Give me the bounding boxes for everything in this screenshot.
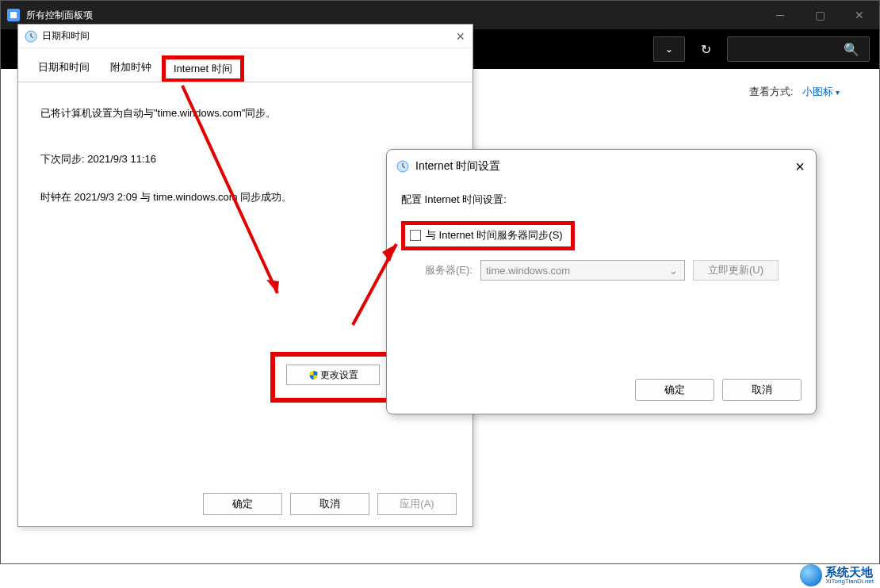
- clock-icon: [25, 30, 37, 43]
- window-controls: ─ ▢ ✕: [760, 1, 879, 29]
- inet-ok-button[interactable]: 确定: [635, 379, 714, 401]
- chevron-down-icon: ⌄: [669, 265, 678, 277]
- datetime-title: 日期和时间: [42, 29, 90, 43]
- inet-buttons: 确定 取消: [635, 379, 802, 401]
- inet-body: 配置 Internet 时间设置: 与 Internet 时间服务器同步(S) …: [387, 183, 816, 290]
- watermark: 系统天地 XiTongTianDi.net: [800, 564, 874, 586]
- view-mode-value[interactable]: 小图标: [802, 86, 840, 97]
- clock-icon: [396, 160, 409, 173]
- datetime-titlebar: 日期和时间 ×: [18, 25, 473, 48]
- tab-datetime[interactable]: 日期和时间: [28, 55, 100, 82]
- internet-time-dialog: Internet 时间设置 × 配置 Internet 时间设置: 与 Inte…: [386, 149, 817, 414]
- minimize-button[interactable]: ─: [760, 1, 800, 29]
- tab-additional-clocks[interactable]: 附加时钟: [100, 55, 162, 82]
- server-label: 服务器(E):: [425, 263, 473, 277]
- change-settings-label: 更改设置: [320, 368, 358, 382]
- server-select[interactable]: time.windows.com ⌄: [480, 260, 685, 281]
- watermark-name: 系统天地: [825, 566, 874, 578]
- uac-shield-icon: [308, 370, 319, 380]
- datetime-tabs: 日期和时间 附加时钟 Internet 时间: [18, 55, 473, 82]
- change-settings-button[interactable]: 更改设置: [286, 365, 380, 385]
- tab-internet-time[interactable]: Internet 时间: [162, 55, 244, 82]
- server-row: 服务器(E): time.windows.com ⌄ 立即更新(U): [401, 260, 802, 281]
- datetime-ok-button[interactable]: 确定: [203, 493, 282, 515]
- watermark-icon: [800, 564, 822, 586]
- refresh-button[interactable]: ↻: [701, 42, 711, 57]
- inet-titlebar: Internet 时间设置 ×: [387, 150, 816, 183]
- main-window-title: 所有控制面板项: [26, 9, 93, 22]
- watermark-text-wrap: 系统天地 XiTongTianDi.net: [825, 566, 874, 585]
- change-settings-highlight: 更改设置: [270, 352, 396, 403]
- search-icon: 🔍: [844, 42, 859, 57]
- inet-cancel-button[interactable]: 取消: [722, 379, 802, 401]
- datetime-apply-button[interactable]: 应用(A): [377, 493, 457, 515]
- update-now-button[interactable]: 立即更新(U): [693, 260, 779, 281]
- sync-checkbox-highlight: 与 Internet 时间服务器同步(S): [401, 221, 575, 250]
- datetime-cancel-button[interactable]: 取消: [290, 493, 369, 515]
- inet-close-button[interactable]: ×: [795, 158, 805, 176]
- view-mode: 查看方式: 小图标: [749, 85, 840, 99]
- server-value: time.windows.com: [486, 265, 570, 277]
- control-panel-icon: [7, 9, 20, 21]
- datetime-buttons: 确定 取消 应用(A): [203, 493, 457, 515]
- inet-heading: 配置 Internet 时间设置:: [401, 193, 802, 207]
- maximize-button[interactable]: ▢: [800, 1, 840, 29]
- sync-status-text: 已将计算机设置为自动与"time.windows.com"同步。: [40, 106, 450, 120]
- sync-checkbox-label: 与 Internet 时间服务器同步(S): [426, 228, 563, 242]
- sync-checkbox[interactable]: [410, 230, 421, 241]
- close-button[interactable]: ✕: [840, 1, 879, 29]
- watermark-url: XiTongTianDi.net: [825, 578, 874, 585]
- address-dropdown[interactable]: ⌄: [653, 36, 685, 62]
- datetime-close-button[interactable]: ×: [456, 29, 465, 45]
- view-mode-label: 查看方式:: [749, 86, 794, 97]
- search-box[interactable]: 🔍: [727, 36, 870, 62]
- inet-title: Internet 时间设置: [415, 159, 500, 174]
